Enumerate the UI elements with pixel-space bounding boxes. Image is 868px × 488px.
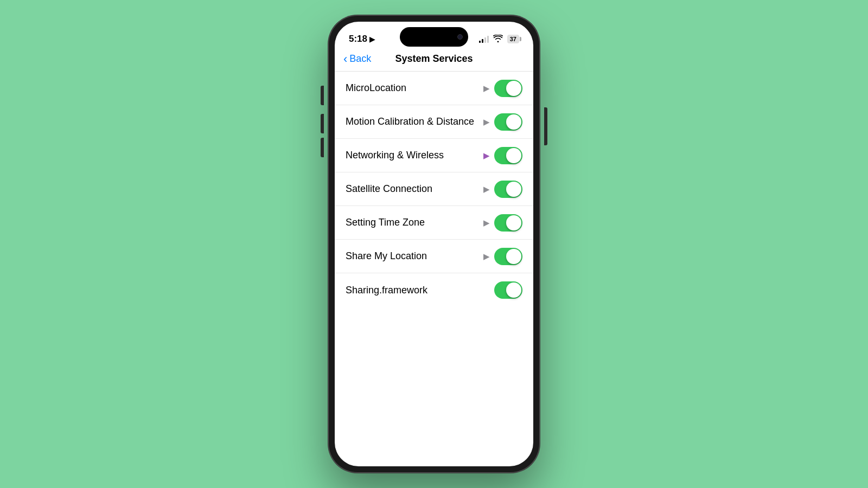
item-label-sharing-framework: Sharing.framework (346, 285, 427, 296)
settings-item-microlocation[interactable]: MicroLocation ▶ (335, 72, 533, 105)
back-label: Back (349, 53, 371, 65)
phone-screen: 5:18 ▶ (335, 22, 533, 466)
signal-bar-4 (487, 36, 489, 43)
item-label-share-my-location: Share My Location (346, 251, 427, 262)
status-time: 5:18 ▶ (349, 34, 375, 44)
item-right-motion-calibration: ▶ (483, 113, 522, 131)
wifi-icon (493, 35, 503, 44)
item-right-microlocation: ▶ (483, 80, 522, 97)
item-label-satellite-connection: Satellite Connection (346, 183, 432, 195)
battery-indicator: 37 (507, 35, 519, 43)
toggle-share-my-location[interactable] (494, 248, 522, 265)
item-right-setting-time-zone: ▶ (483, 214, 522, 232)
status-bar: 5:18 ▶ (335, 22, 533, 49)
settings-item-satellite-connection[interactable]: Satellite Connection ▶ (335, 172, 533, 206)
back-button[interactable]: ‹ Back (343, 53, 371, 65)
toggle-satellite-connection[interactable] (494, 181, 522, 198)
toggle-setting-time-zone[interactable] (494, 214, 522, 232)
item-right-share-my-location: ▶ (483, 248, 522, 265)
signal-bar-3 (484, 37, 486, 43)
camera-dot (457, 34, 463, 40)
item-label-networking-wireless: Networking & Wireless (346, 150, 444, 161)
item-label-motion-calibration: Motion Calibration & Distance (346, 116, 474, 127)
settings-item-share-my-location[interactable]: Share My Location ▶ (335, 240, 533, 273)
dynamic-island (400, 27, 468, 47)
settings-item-sharing-framework[interactable]: Sharing.framework (335, 273, 533, 307)
signal-bar-2 (482, 39, 483, 43)
signal-bar-1 (479, 41, 481, 43)
item-right-networking-wireless: ▶ (483, 147, 522, 164)
item-right-satellite-connection: ▶ (483, 181, 522, 198)
item-label-microlocation: MicroLocation (346, 82, 406, 94)
location-arrow-status: ▶ (369, 35, 375, 43)
location-arrow-setting-time-zone: ▶ (483, 218, 490, 228)
item-right-sharing-framework (494, 281, 522, 299)
location-arrow-satellite-connection: ▶ (483, 184, 490, 194)
settings-list: MicroLocation ▶ Motion Calibration & Dis… (335, 72, 533, 307)
toggle-motion-calibration[interactable] (494, 113, 522, 131)
status-right: 37 (479, 35, 519, 44)
settings-item-networking-wireless[interactable]: Networking & Wireless ▶ (335, 139, 533, 172)
settings-item-motion-calibration[interactable]: Motion Calibration & Distance ▶ (335, 105, 533, 139)
signal-bars (479, 35, 489, 43)
phone-frame: 5:18 ▶ (328, 15, 540, 473)
time-display: 5:18 (349, 34, 367, 44)
page-title: System Services (395, 53, 473, 65)
location-arrow-networking-wireless: ▶ (483, 151, 490, 160)
toggle-sharing-framework[interactable] (494, 281, 522, 299)
location-arrow-motion-calibration: ▶ (483, 117, 490, 127)
back-chevron-icon: ‹ (343, 53, 347, 65)
toggle-microlocation[interactable] (494, 80, 522, 97)
location-arrow-microlocation: ▶ (483, 84, 490, 93)
toggle-networking-wireless[interactable] (494, 147, 522, 164)
settings-item-setting-time-zone[interactable]: Setting Time Zone ▶ (335, 206, 533, 240)
item-label-setting-time-zone: Setting Time Zone (346, 217, 425, 228)
location-arrow-share-my-location: ▶ (483, 252, 490, 261)
battery-percent: 37 (510, 36, 516, 42)
nav-header: ‹ Back System Services (335, 49, 533, 71)
